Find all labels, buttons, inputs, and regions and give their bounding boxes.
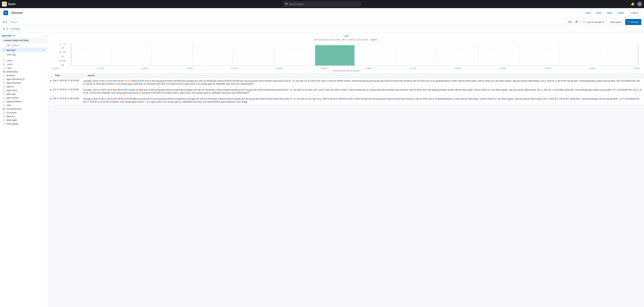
field-list-item[interactable]: tagent.hostname [1,81,47,85]
field-name: _score [6,63,12,66]
x-axis-label: 11:31:00 [410,68,416,69]
filter-options-input[interactable] [2,43,46,48]
auto-interval-select[interactable]: Auto ▾ [369,38,378,42]
field-name: agent.name [6,89,17,92]
field-list-item[interactable]: #_score [1,63,47,66]
expand-row-button[interactable]: ▶ [50,80,52,82]
log-level-badge: [WARN] [124,80,131,82]
chevron-down-icon: ▾ [376,39,376,41]
table-row[interactable]: ▶ Dec 8, 2020 @ 11:28:34.693 message: [2… [48,96,644,105]
chevron-down-icon: ▾ [13,34,14,37]
search-icon: 🔍 [285,3,288,6]
field-list-item[interactable]: ⏱currentDateTime [1,107,47,111]
secondary-navigation: D Discover New Save Open Share Inspect [0,8,644,18]
field-list-item[interactable]: tagent.name [1,89,47,92]
top-navigation: e Elastic 🔍 Search Elastic 🔔 U [0,0,644,8]
add-filter-button[interactable]: + Add filter [10,28,20,30]
global-search-bar[interactable]: 🔍 Search Elastic [283,1,361,7]
table-row[interactable]: ▶ Dec 8, 2020 @ 11:28:34.693 message: [2… [48,87,644,96]
refresh-button[interactable]: ↻ Refresh [625,19,641,25]
histogram-chart: 0 0.5 1 1.5 2 2.5 [52,44,640,67]
filter-minus-icon[interactable]: ⊖ [6,27,8,31]
secondary-nav-actions: New Save Open Share Inspect [585,10,640,15]
field-type-badge: t [3,100,6,103]
filter-options-wrapper: 🔍 [2,43,46,48]
field-list-item[interactable]: tagent.ephemeral_id [1,77,47,81]
field-list-item[interactable]: tecs.version [1,111,47,115]
chart-date-range-text: Dec 8, 2020 @ 11:22:11.603 - Dec 8, 2020… [314,39,368,41]
field-name: agent.ephemeral_id [6,78,24,80]
index-pattern-option[interactable]: ✓ app-log-* ⇒ [2,48,46,52]
svg-text:1.5: 1.5 [59,51,66,53]
field-list-item[interactable]: t_type [1,66,47,70]
expand-row-button[interactable]: ▶ [50,89,52,91]
notifications-icon[interactable]: 🔔 [631,2,634,6]
field-type-badge: t [3,93,6,95]
field-name: agent.hostname [6,82,21,84]
index-pattern-option[interactable]: error-log* [2,52,46,57]
filter-actions-icon[interactable]: ⊕ [3,27,5,31]
field-name: @timestamp [6,71,18,73]
kql-toggle[interactable]: KQL [566,20,574,24]
field-name: agent.version [6,97,18,99]
x-axis-label: 11:36:00 [633,68,640,69]
field-list-item[interactable]: tfields.env [1,115,47,118]
results-table: Time ↑ _source ▶ Dec 8, 2020 @ 11:28:34.… [48,73,644,105]
field-type-badge: t [3,59,6,62]
index-pattern-selector[interactable]: app-log-* ▾ [2,34,14,37]
field-selector-icon[interactable]: ⊞ [3,21,5,24]
user-icon[interactable]: U [637,2,642,7]
query-bar: ⊞ ▾ KQL 📅 🕐 Last 15 minutes ▾ Show dates… [0,18,644,27]
chart-hits-count: 3 hits [52,35,640,37]
x-axis-label: 11:26:00 [186,68,193,69]
field-list-item[interactable]: tagent.type [1,92,47,96]
field-name: fields.env [6,115,15,118]
time-picker[interactable]: 🕐 Last 15 minutes ▾ [581,19,606,25]
query-input[interactable] [10,21,565,23]
x-axis-labels: 11:23:0011:24:0011:25:0011:26:0011:27:00… [52,67,640,69]
field-type-badge: t [3,119,6,121]
show-dates-button[interactable]: Show dates [608,19,624,25]
field-type-badge: ⏱ [3,108,6,110]
x-axis-label: 11:23:00 [52,68,59,69]
field-list-item[interactable]: tapplicationName [1,100,47,103]
field-list-item[interactable]: t@version [1,74,47,77]
field-type-badge: t [3,78,6,80]
field-list-item[interactable]: ⏱@timestamp [1,70,47,74]
field-name: _type [6,67,11,69]
page-title: Discover [12,11,23,14]
field-list-item[interactable]: tfields.logtopic [1,122,47,126]
field-list-item[interactable]: t_index [1,59,47,63]
index-pattern-list: ✓ app-log-* ⇒error-log* [2,48,46,57]
field-type-badge: t [3,74,6,77]
sort-icon: ↑ [60,75,61,77]
chevron-down-icon: ▾ [603,21,604,23]
share-button[interactable]: Share [617,11,626,15]
field-name: currentDateTime [6,108,22,110]
inspect-button[interactable]: Inspect [628,10,640,15]
svg-text:1: 1 [61,56,64,58]
svg-text:0.5: 0.5 [59,60,66,62]
new-button[interactable]: New [585,11,592,15]
table-row[interactable]: ▶ Dec 8, 2020 @ 11:28:34.693 message: [2… [48,78,644,87]
field-list-item[interactable]: tfields.logbiz [1,118,47,122]
log-level-badge: [INFO] [124,89,130,91]
expand-row-button[interactable]: ▶ [50,98,52,100]
log-timestamp: Dec 8, 2020 @ 11:28:34.693 [53,97,82,100]
x-axis-label: 11:34:00 [544,68,550,69]
field-list-item[interactable]: tagent.id [1,85,47,89]
app-logo[interactable]: e Elastic [2,2,16,7]
field-list-item[interactable]: tclass [1,103,47,107]
save-button[interactable]: Save [595,11,603,15]
refresh-icon: ↻ [628,21,630,23]
sidebar-collapse-button[interactable]: « [45,34,46,37]
log-source-text: message: [2020-12-08T11:28:34.693+08:00]… [83,97,642,103]
global-search-placeholder: Search Elastic [290,3,304,6]
sidebar: app-log-* ▾ « CHANGE INDEX PATTERN 🔍 ✓ a… [0,32,48,307]
arrow-icon: ⇒ [43,49,44,51]
open-button[interactable]: Open [606,11,614,15]
time-column-header[interactable]: Time ↑ [55,74,86,77]
field-list-item[interactable]: tagent.version [1,96,47,100]
table-body: ▶ Dec 8, 2020 @ 11:28:34.693 message: [2… [48,78,644,105]
expand-icon[interactable]: ▾ [6,21,7,24]
